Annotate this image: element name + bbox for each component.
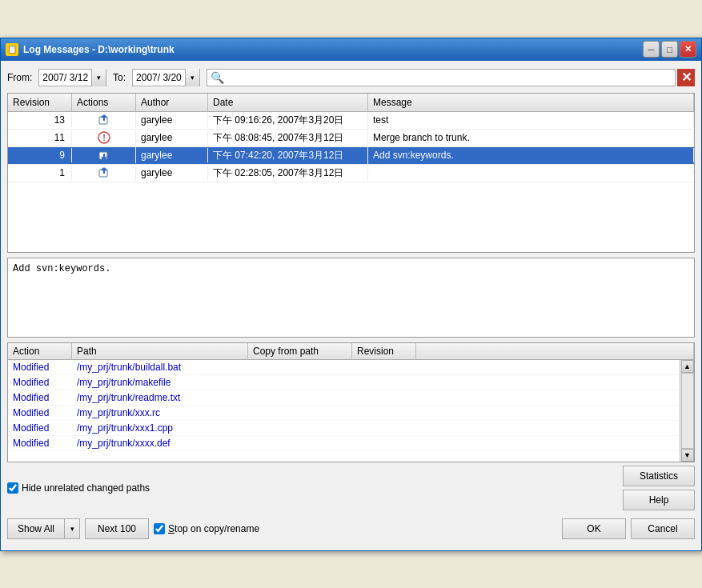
path-value: /my_prj/trunk/readme.txt: [72, 391, 248, 404]
hide-unrelated-row: Hide unrelated changed paths: [7, 482, 623, 494]
paths-scrollbar[interactable]: ▲ ▼: [680, 360, 694, 462]
list-item[interactable]: Modified /my_prj/trunk/xxx1.cpp: [8, 421, 680, 436]
grid-header: Revision Actions Author Date Message: [8, 94, 694, 112]
cell-revision: 11: [8, 130, 72, 145]
table-row[interactable]: 13 garylee 下午 09:16:26, 2007年3月20日 test: [8, 112, 694, 130]
ok-button[interactable]: OK: [562, 518, 626, 539]
paths-col-action: Action: [8, 343, 72, 359]
list-item[interactable]: Modified /my_prj/trunk/readme.txt: [8, 390, 680, 406]
show-all-button[interactable]: Show All: [7, 518, 64, 539]
path-value: /my_prj/trunk/xxx1.cpp: [72, 422, 248, 434]
path-action: Modified: [8, 437, 72, 450]
path-value: /my_prj/trunk/makefile: [72, 376, 248, 389]
close-button[interactable]: ✕: [680, 41, 696, 58]
path-rev: [352, 442, 416, 444]
hide-unrelated-label: Hide unrelated changed paths: [22, 482, 150, 494]
cell-message: Merge branch to trunk.: [368, 130, 694, 145]
cell-message: Add svn:keywords.: [368, 148, 694, 162]
statistics-button[interactable]: Statistics: [623, 466, 695, 486]
path-value: /my_prj/trunk/buildall.bat: [72, 361, 248, 374]
cell-action: [72, 165, 136, 181]
search-icon: 🔍: [211, 71, 224, 84]
paths-list: Modified /my_prj/trunk/buildall.bat Modi…: [8, 360, 680, 462]
cell-author: garylee: [136, 166, 208, 180]
window-title: Log Messages - D:\working\trunk: [23, 44, 174, 55]
col-actions: Actions: [72, 94, 136, 111]
paths-col-revision: Revision: [352, 343, 416, 359]
table-row[interactable]: 1 garylee 下午 02:28:05, 2007年3月12日: [8, 165, 694, 182]
cell-message: [368, 171, 694, 174]
clear-search-button[interactable]: ✕: [677, 69, 695, 86]
list-item[interactable]: Modified /my_prj/trunk/makefile: [8, 375, 680, 390]
to-date-dropdown[interactable]: ▾: [185, 69, 199, 86]
table-row[interactable]: 11 ! garylee 下午 08:08:45, 2007年3月12日 Mer…: [8, 130, 694, 147]
from-date-dropdown[interactable]: ▾: [91, 69, 106, 86]
scroll-track[interactable]: [681, 373, 694, 449]
col-author: Author: [136, 94, 208, 111]
path-action: Modified: [8, 361, 72, 374]
from-date-value: 2007/ 3/12: [39, 72, 91, 83]
show-all-group: Show All ▾: [7, 518, 80, 539]
scroll-up-button[interactable]: ▲: [681, 360, 694, 373]
paths-col-copy: Copy from path: [248, 343, 352, 359]
show-all-dropdown[interactable]: ▾: [64, 518, 80, 539]
path-rev: [352, 427, 416, 429]
cell-date: 下午 02:28:05, 2007年3月12日: [208, 165, 368, 182]
path-copy: [248, 412, 352, 414]
toolbar-row: From: 2007/ 3/12 ▾ To: 2007/ 3/20 ▾ 🔍 ✕: [7, 67, 695, 88]
cell-author: garylee: [136, 113, 208, 127]
svg-text:!: !: [102, 133, 106, 142]
path-value: /my_prj/trunk/xxx.rc: [72, 406, 248, 419]
list-item[interactable]: Modified /my_prj/trunk/xxx.rc: [8, 406, 680, 421]
path-rev: [352, 397, 416, 398]
to-date-value: 2007/ 3/20: [133, 72, 185, 83]
path-action: Modified: [8, 391, 72, 404]
path-value: /my_prj/trunk/xxxx.def: [72, 437, 248, 450]
cell-revision: 9: [8, 148, 72, 162]
path-copy: [248, 382, 352, 383]
path-action: Modified: [8, 376, 72, 389]
cell-revision: 1: [8, 166, 72, 180]
table-row[interactable]: 9 garylee 下午 07:42:20, 2007年3月12日 Add sv…: [8, 147, 694, 165]
cell-action: !: [72, 130, 136, 146]
path-copy: [248, 397, 352, 398]
col-revision: Revision: [8, 94, 72, 111]
paths-col-path: Path: [72, 343, 248, 359]
path-rev: [352, 412, 416, 414]
from-date-group: 2007/ 3/12 ▾: [38, 69, 106, 86]
message-box: Add svn:keywords.: [7, 258, 695, 338]
scroll-down-button[interactable]: ▼: [681, 449, 694, 462]
search-field[interactable]: 🔍: [207, 69, 676, 86]
cell-date: 下午 07:42:20, 2007年3月12日: [208, 147, 368, 164]
help-button[interactable]: Help: [623, 490, 695, 510]
cell-date: 下午 08:08:45, 2007年3月12日: [208, 130, 368, 146]
search-area: 🔍 ✕: [207, 69, 695, 86]
cell-action: [72, 112, 136, 128]
col-message: Message: [368, 94, 694, 111]
cell-author: garylee: [136, 130, 208, 145]
maximize-button[interactable]: □: [661, 41, 678, 58]
paths-col-extra: [416, 343, 694, 359]
list-item[interactable]: Modified /my_prj/trunk/buildall.bat: [8, 360, 680, 375]
path-action: Modified: [8, 422, 72, 434]
path-copy: [248, 442, 352, 444]
bottom-section: Action Path Copy from path Revision Modi…: [7, 342, 695, 510]
cell-date: 下午 09:16:26, 2007年3月20日: [208, 112, 368, 129]
minimize-button[interactable]: ─: [643, 41, 660, 58]
from-label: From:: [7, 72, 32, 83]
stop-on-copy-checkbox[interactable]: [154, 523, 165, 534]
hide-unrelated-checkbox[interactable]: [7, 482, 18, 494]
paths-container: Action Path Copy from path Revision Modi…: [7, 342, 695, 462]
path-rev: [352, 366, 416, 368]
cancel-button[interactable]: Cancel: [631, 518, 695, 539]
list-item[interactable]: Modified /my_prj/trunk/xxxx.def: [8, 436, 680, 451]
stop-on-copy-label: Stop on copy/rename: [168, 523, 259, 534]
paths-body: Modified /my_prj/trunk/buildall.bat Modi…: [8, 360, 694, 462]
log-grid: Revision Actions Author Date Message 13: [7, 93, 695, 253]
main-window: 📋 Log Messages - D:\working\trunk ─ □ ✕ …: [0, 38, 702, 551]
footer-row: Show All ▾ Next 100 Stop on copy/rename …: [7, 515, 695, 544]
window-icon: 📋: [6, 43, 18, 56]
path-copy: [248, 366, 352, 368]
next-100-button[interactable]: Next 100: [85, 518, 149, 539]
to-label: To:: [113, 72, 126, 83]
